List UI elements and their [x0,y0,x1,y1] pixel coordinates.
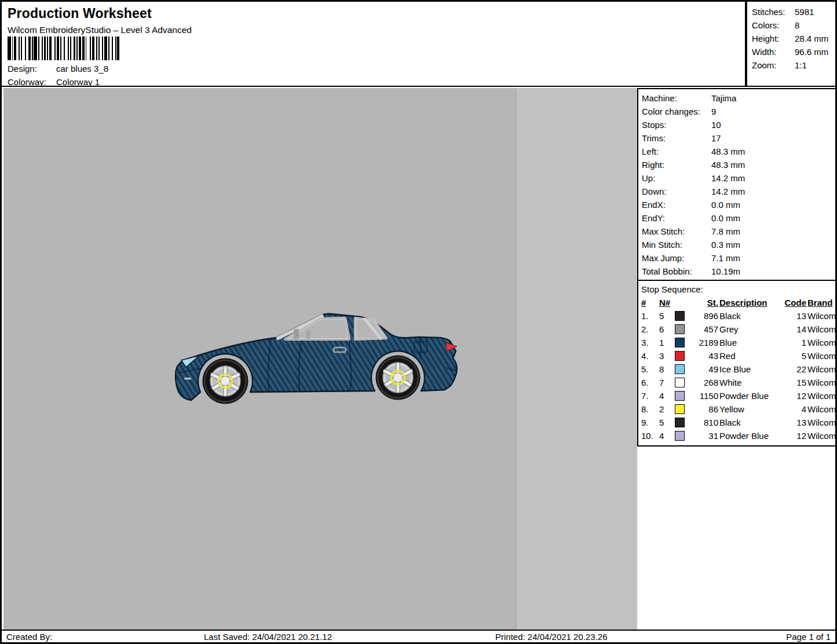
stop-row-code: 12 [784,389,806,402]
software-subtitle: Wilcom EmbroideryStudio – Level 3 Advanc… [8,25,192,35]
stop-row-num: 8. [641,402,658,416]
design-value: car blues 3_8 [56,64,108,74]
stop-row-stitches: 268 [690,376,718,389]
machine-row: Stops:10 [642,118,836,131]
stop-row-brand: Wilcom [807,429,837,442]
stop-row-description: Powder Blue [719,429,783,442]
summary-row: Height:28.4 mm [752,32,835,45]
stop-col-header: Brand [807,296,837,309]
machine-row: Trims:17 [642,131,836,145]
printed-text: Printed: 24/04/2021 20.23.26 [495,631,608,643]
colorway-label: Colorway: [8,77,56,87]
machine-row-value: 14.2 mm [711,171,745,185]
machine-row-label: EndX: [642,198,711,211]
front-wheel [203,358,248,404]
thread-color-swatch [675,324,685,334]
stop-row-brand: Wilcom [807,363,837,376]
colorway-value: Colorway 1 [56,77,100,87]
machine-row-label: Stops: [642,118,711,131]
machine-row-label: Machine: [642,92,711,105]
machine-row-label: Max Stitch: [642,225,711,238]
summary-row: Width:96.6 mm [752,45,835,58]
stop-row-stitches: 86 [690,402,718,416]
summary-row-value: 8 [795,19,799,32]
canvas-right-strip [516,88,637,630]
stop-row-code: 5 [784,349,806,363]
stop-row-code: 1 [784,336,806,349]
stop-row-stitches: 43 [690,349,718,363]
machine-row: EndY:0.0 mm [642,211,836,225]
stop-row-stitches: 49 [690,363,718,376]
machine-row: Max Stitch:7.8 mm [642,225,836,238]
stop-row-description: Yellow [719,402,783,416]
machine-row-label: Left: [642,145,711,158]
machine-row-label: Min Stitch: [642,238,711,251]
stop-row-brand: Wilcom [807,402,837,416]
stop-row-brand: Wilcom [807,389,837,402]
design-row: Design: car blues 3_8 [8,64,108,74]
summary-row-label: Width: [752,45,795,58]
thread-color-swatch [675,431,685,441]
machine-row-label: Color changes: [642,105,711,118]
rear-wheel [376,356,420,400]
machine-row-label: Max Jump: [642,251,711,265]
machine-row: Right:48.3 mm [642,158,836,171]
machine-row: Total Bobbin:10.19m [642,265,836,278]
machine-row-label: Total Bobbin: [642,265,711,278]
machine-row-value: 0.3 mm [711,238,740,251]
machine-row-value: 48.3 mm [711,158,745,171]
thread-color-swatch [675,391,685,401]
machine-row-label: Down: [642,185,711,198]
machine-row: Left:48.3 mm [642,145,836,158]
thread-color-swatch [675,351,685,361]
machine-row: EndX:0.0 mm [642,198,836,211]
stop-row-code: 4 [784,402,806,416]
stop-row-num: 4. [641,349,658,363]
thread-color-swatch [675,418,685,427]
summary-row-value: 5981 [795,5,814,19]
machine-row-value: 17 [711,131,721,145]
stop-row-code: 22 [784,363,806,376]
stop-col-header: Description [719,296,783,309]
machine-row: Machine:Tajima [642,92,836,105]
stop-row-description: Black [719,309,783,323]
stop-row-num: 7. [641,389,658,402]
stop-row-brand: Wilcom [807,349,837,363]
stop-row-needle: 4 [659,429,674,442]
stop-row-brand: Wilcom [807,336,837,349]
stop-row-num: 6. [641,376,658,389]
stop-row-description: Blue [719,336,783,349]
machine-info-panel: Machine:TajimaColor changes:9Stops:10Tri… [637,88,837,447]
stop-row-stitches: 31 [690,429,718,442]
summary-row-value: 96.6 mm [795,45,828,58]
thread-color-swatch [675,311,685,321]
machine-row-value: 7.1 mm [711,251,740,265]
stop-sequence-section: Stop Sequence: #N#St.DescriptionCodeBran… [638,280,836,445]
stop-row-brand: Wilcom [807,309,837,323]
stop-row-brand: Wilcom [807,376,837,389]
stop-row-stitches: 457 [690,323,718,336]
design-canvas [3,88,637,630]
machine-row-value: 0.0 mm [711,198,740,211]
stop-row-code: 13 [784,416,806,429]
machine-row-label: Up: [642,171,711,185]
stop-row-needle: 8 [659,363,674,376]
stop-row-num: 5. [641,363,658,376]
summary-row-label: Height: [752,32,795,45]
machine-row-value: 7.8 mm [711,225,740,238]
summary-row: Stitches:5981 [752,5,835,19]
stop-row-needle: 5 [659,309,674,323]
stop-row-description: White [719,376,783,389]
stop-row-description: Red [719,349,783,363]
machine-row-label: EndY: [642,211,711,225]
stop-row-num: 9. [641,416,658,429]
machine-row-value: Tajima [711,92,736,105]
stop-row-code: 12 [784,429,806,442]
stop-col-header: St. [690,296,718,309]
machine-row-value: 9 [711,105,716,118]
stop-row-needle: 6 [659,323,674,336]
stop-row-description: Ice Blue [719,363,783,376]
stop-col-header: N# [659,296,674,309]
thread-color-swatch [675,338,685,347]
thread-color-swatch [675,378,685,387]
